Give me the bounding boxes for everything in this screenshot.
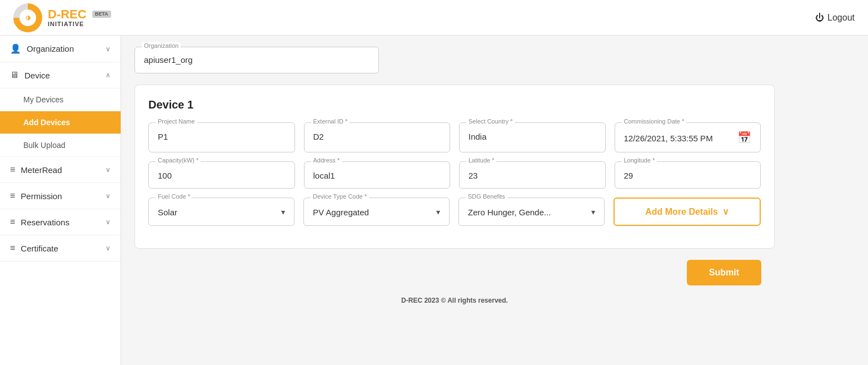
org-field-value: apiuser1_org — [144, 55, 193, 65]
header: ◑ D-REC BETA INITIATIVE ⏻ Logout — [0, 0, 868, 36]
capacity-label: Capacity(kW) * — [156, 157, 201, 164]
calendar-icon[interactable]: 📅 — [737, 131, 751, 144]
sidebar-item-add-devices[interactable]: Add Devices — [0, 111, 121, 134]
sidebar-label-certificate: Certificate — [21, 244, 58, 253]
chevron-down-icon-meterread: ∨ — [106, 166, 111, 174]
chevron-down-icon-add-more: ∨ — [722, 206, 729, 217]
sidebar-label-device: Device — [24, 71, 50, 80]
sdg-benefits-field[interactable]: SDG Benefits Zero Hunger, Gende... ▾ — [458, 198, 605, 226]
chevron-down-icon: ∨ — [106, 45, 111, 53]
submit-button[interactable]: Submit — [687, 260, 761, 285]
chevron-down-icon-permission: ∨ — [106, 192, 111, 200]
external-id-value: D2 — [313, 132, 441, 141]
org-field-wrapper: Organization apiuser1_org — [134, 47, 775, 73]
fuel-code-value: Solar — [158, 208, 177, 217]
monitor-icon: 🖥 — [10, 70, 19, 80]
commissioning-date-label: Commissioning Date * — [622, 118, 687, 125]
sidebar: 👤 Organization ∨ 🖥 Device ∧ My Devices A… — [0, 36, 121, 365]
capacity-value: 100 — [158, 171, 286, 180]
sidebar-label-permission: Permission — [21, 191, 62, 201]
sidebar-item-permission[interactable]: ≡ Permission ∨ — [0, 183, 121, 209]
sidebar-label-meterread: MeterRead — [21, 165, 62, 175]
device-type-code-label: Device Type Code * — [311, 193, 369, 200]
external-id-label: External ID * — [311, 118, 350, 125]
fuel-code-dropdown-arrow: ▾ — [281, 208, 285, 216]
sdg-benefits-label: SDG Benefits — [466, 193, 507, 200]
layout: 👤 Organization ∨ 🖥 Device ∧ My Devices A… — [0, 36, 868, 365]
sdg-benefits-value: Zero Hunger, Gende... — [468, 208, 551, 217]
latitude-label: Latitude * — [466, 157, 496, 164]
address-field[interactable]: Address * local1 — [304, 161, 451, 189]
latitude-field[interactable]: Latitude * 23 — [459, 161, 606, 189]
longitude-label: Longitude * — [622, 157, 657, 164]
device-type-dropdown-arrow: ▾ — [436, 208, 440, 216]
organization-field[interactable]: Organization apiuser1_org — [134, 47, 379, 73]
sidebar-item-bulk-upload[interactable]: Bulk Upload — [0, 134, 121, 157]
logo-initiative-text: INITIATIVE — [48, 21, 111, 27]
chevron-down-icon-reservations: ∨ — [106, 218, 111, 226]
device-title: Device 1 — [148, 98, 761, 111]
add-more-details-button[interactable]: Add More Details ∨ — [613, 198, 761, 226]
commissioning-date-value: 12/26/2021, 5:33:55 PM — [624, 134, 713, 143]
form-row-2: Capacity(kW) * 100 Address * local1 Lati… — [148, 161, 761, 189]
select-country-value: India — [468, 132, 596, 141]
project-name-value: P1 — [158, 132, 286, 141]
sidebar-item-my-devices[interactable]: My Devices — [0, 88, 121, 111]
footer: D-REC 2023 © All rights reserved. — [134, 291, 775, 310]
power-icon: ⏻ — [815, 13, 824, 23]
longitude-field[interactable]: Longitude * 29 — [615, 161, 761, 189]
project-name-label: Project Name — [156, 118, 197, 125]
longitude-value: 29 — [624, 171, 752, 180]
sdg-dropdown-arrow: ▾ — [591, 208, 595, 216]
sidebar-item-organization[interactable]: 👤 Organization ∨ — [0, 36, 121, 62]
device-type-code-value: PV Aggregated — [313, 208, 369, 217]
select-country-label: Select Country * — [466, 118, 515, 125]
sidebar-item-certificate[interactable]: ≡ Certificate ∨ — [0, 235, 121, 262]
logo-drec-text: D-REC BETA — [48, 8, 111, 21]
footer-text: D-REC 2023 © All rights reserved. — [401, 297, 508, 304]
sidebar-label-reservations: Reservations — [21, 218, 69, 227]
logo: ◑ D-REC BETA INITIATIVE — [13, 3, 111, 32]
sidebar-item-device[interactable]: 🖥 Device ∧ — [0, 62, 121, 88]
capacity-field[interactable]: Capacity(kW) * 100 — [148, 161, 295, 189]
sidebar-item-meterread[interactable]: ≡ MeterRead ∨ — [0, 157, 121, 183]
submit-area: Submit — [134, 260, 775, 291]
external-id-field[interactable]: External ID * D2 — [304, 122, 451, 152]
sidebar-label-organization: Organization — [27, 44, 74, 53]
latitude-value: 23 — [468, 171, 596, 180]
project-name-field[interactable]: Project Name P1 — [148, 122, 295, 152]
commissioning-date-field[interactable]: Commissioning Date * 12/26/2021, 5:33:55… — [615, 122, 761, 152]
add-more-label: Add More Details — [645, 207, 718, 217]
beta-badge: BETA — [92, 11, 111, 18]
form-row-1: Project Name P1 External ID * D2 Select … — [148, 122, 761, 152]
fuel-code-label: Fuel Code * — [156, 193, 192, 200]
menu-icon-meterread: ≡ — [10, 165, 15, 175]
logo-icon: ◑ — [13, 3, 42, 32]
person-icon: 👤 — [10, 43, 21, 54]
fuel-code-field[interactable]: Fuel Code * Solar ▾ — [148, 198, 295, 226]
address-label: Address * — [311, 157, 342, 164]
menu-icon-permission: ≡ — [10, 191, 15, 201]
address-value: local1 — [313, 171, 441, 180]
org-field-label: Organization — [142, 42, 181, 49]
device-type-code-field[interactable]: Device Type Code * PV Aggregated ▾ — [303, 198, 450, 226]
sidebar-item-reservations[interactable]: ≡ Reservations ∨ — [0, 209, 121, 235]
main-content: Organization apiuser1_org Device 1 Proje… — [121, 36, 868, 365]
menu-icon-reservations: ≡ — [10, 217, 15, 227]
footer-brand: D-REC — [401, 297, 422, 304]
device-card: Device 1 Project Name P1 External ID * D… — [134, 85, 775, 249]
select-country-field[interactable]: Select Country * India — [459, 122, 606, 152]
chevron-up-icon: ∧ — [106, 71, 111, 79]
menu-icon-certificate: ≡ — [10, 243, 15, 253]
logout-button[interactable]: ⏻ Logout — [815, 13, 855, 23]
form-row-3: Fuel Code * Solar ▾ Device Type Code * P… — [148, 198, 761, 226]
chevron-down-icon-certificate: ∨ — [106, 244, 111, 252]
